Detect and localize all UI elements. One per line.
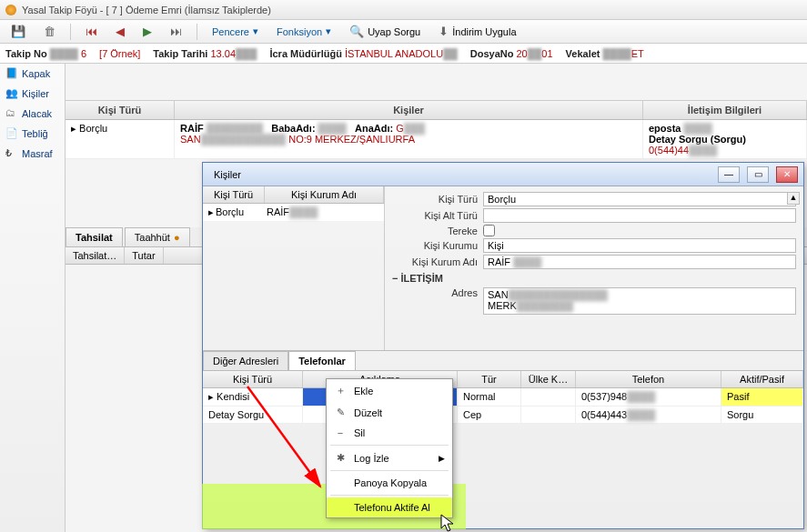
scroll-up[interactable]: ▲ xyxy=(787,192,800,205)
col-kisi-turu: Kişi Türü xyxy=(203,186,265,203)
tab-taahhut[interactable]: Taahhüt● xyxy=(125,227,190,246)
phone-row[interactable]: ▸ Kendisi Normal 0(537)948████ Pasif xyxy=(203,388,803,407)
context-menu: ＋Ekle ✎Düzelt −Sil ✱Log İzle▶ Panoya Kop… xyxy=(326,378,453,518)
fonksiyon-menu[interactable]: Fonksiyon ▾ xyxy=(271,24,337,39)
nav-kisiler[interactable]: 👥Kişiler xyxy=(0,84,65,104)
nav-alacak[interactable]: 🗂Alacak xyxy=(0,104,65,124)
field-kurum-adi[interactable]: RAİF ████ xyxy=(483,255,796,269)
section-iletisim[interactable]: İLETİŞİM xyxy=(392,273,796,284)
record-info-bar: Takip No ████ 6 [7 Örnek] Takip Tarihi 1… xyxy=(0,44,807,64)
ctx-ekle[interactable]: ＋Ekle xyxy=(327,379,452,402)
main-toolbar: 💾 🗑 ⏮ ◀ ▶ ⏭ Pencere ▾ Fonksiyon ▾ 🔍Uyap … xyxy=(0,20,807,44)
dialog-title: Kişiler xyxy=(214,169,241,180)
col-tutar: Tutar xyxy=(125,247,163,264)
ctx-pano[interactable]: Panoya Kopyala xyxy=(327,473,452,493)
delete-button[interactable]: 🗑 xyxy=(38,23,61,40)
ornek-link[interactable]: [7 Örnek] xyxy=(99,48,140,59)
field-kisi-turu[interactable]: Borçlu xyxy=(483,192,796,206)
save-button[interactable]: 💾 xyxy=(5,23,31,40)
tab-tahsilat[interactable]: Tahsilat xyxy=(66,227,123,246)
field-alt-turu[interactable] xyxy=(483,208,796,223)
dialog-title-bar[interactable]: Kişiler — ▭ ✕ xyxy=(203,163,803,186)
indirim-button[interactable]: ⬇İndirim Uygula xyxy=(433,23,521,40)
uyap-search[interactable]: 🔍Uyap Sorgu xyxy=(344,23,426,40)
nav-prev[interactable]: ◀ xyxy=(110,23,130,40)
minimize-button[interactable]: — xyxy=(718,166,740,183)
maximize-button[interactable]: ▭ xyxy=(747,166,769,183)
nav-masraf[interactable]: ₺Masraf xyxy=(0,144,65,164)
col-kurum-adi: Kişi Kurum Adı xyxy=(265,186,384,203)
ctx-sil[interactable]: −Sil xyxy=(327,423,452,443)
ctx-log[interactable]: ✱Log İzle▶ xyxy=(327,447,452,468)
checkbox-tereke[interactable] xyxy=(483,225,495,236)
ctx-telefon-aktif[interactable]: Telefonu Aktife Al xyxy=(327,497,452,517)
app-icon xyxy=(5,5,16,15)
window-title: Yasal Takip Föyü - [ 7 ] Ödeme Emri (İla… xyxy=(22,5,271,15)
phone-grid-header: Kişi Türü Açıklama Tür Ülke K… Telefon A… xyxy=(203,370,803,388)
field-kurum[interactable]: Kişi xyxy=(483,238,796,253)
close-button[interactable]: ✕ xyxy=(776,166,798,183)
tab-adresler[interactable]: Diğer Adresleri xyxy=(203,351,288,370)
pencere-menu[interactable]: Pencere ▾ xyxy=(207,24,264,39)
people-row[interactable]: ▸ Borçlu RAİF ████████ BabaAdı: ████ Ana… xyxy=(66,120,807,159)
side-nav: 📘Kapak 👥Kişiler 🗂Alacak 📄Tebliğ ₺Masraf xyxy=(0,64,66,532)
phone-row[interactable]: Detay Sorgu Cep 0(544)443████ Sorgu xyxy=(203,407,803,424)
nav-last[interactable]: ⏭ xyxy=(165,23,187,40)
field-adres[interactable]: SAN██████████████MERK████████ xyxy=(483,287,796,315)
person-list-row[interactable]: ▸ Borçlu RAİF████ xyxy=(203,204,384,221)
person-dialog: Kişiler — ▭ ✕ ▲ Kişi Türü Kişi Kurum Adı… xyxy=(202,162,804,529)
status-pasif: Pasif xyxy=(721,388,803,406)
nav-teblig[interactable]: 📄Tebliğ xyxy=(0,124,65,144)
people-grid-header: Kişi Türü Kişiler İletişim Bilgileri xyxy=(66,100,807,120)
tab-telefonlar[interactable]: Telefonlar xyxy=(288,351,356,370)
nav-kapak[interactable]: 📘Kapak xyxy=(0,64,65,84)
ctx-duzelt[interactable]: ✎Düzelt xyxy=(327,402,452,423)
col-tahsilat: Tahsilat… xyxy=(66,247,125,264)
nav-next[interactable]: ▶ xyxy=(137,23,157,40)
nav-first[interactable]: ⏮ xyxy=(80,23,103,40)
title-bar: Yasal Takip Föyü - [ 7 ] Ödeme Emri (İla… xyxy=(0,0,807,20)
